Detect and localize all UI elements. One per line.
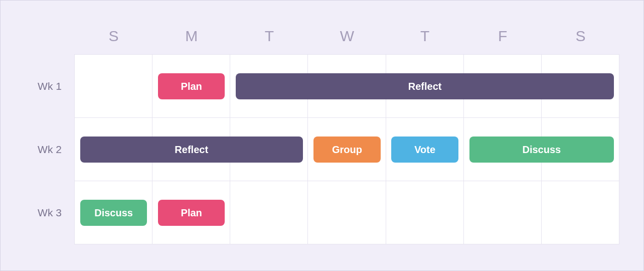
event-reflect[interactable]: Reflect (80, 137, 303, 163)
event-plan[interactable]: Plan (158, 73, 225, 99)
event-plan[interactable]: Plan (158, 200, 225, 226)
day-header-sun: S (75, 21, 152, 55)
week-row-3: Wk 3 DiscussPlan (25, 181, 619, 244)
day-cell[interactable] (74, 54, 152, 118)
day-cell[interactable] (386, 181, 464, 244)
header-spacer (25, 21, 75, 55)
day-header-wed: W (308, 21, 386, 55)
day-cell[interactable] (541, 181, 619, 244)
day-cell[interactable] (230, 181, 308, 244)
day-header-row: S M T W T F S (25, 21, 619, 55)
week-1-days: PlanReflect (75, 55, 619, 118)
day-header-tue: T (230, 21, 308, 55)
event-vote[interactable]: Vote (391, 137, 458, 163)
event-discuss[interactable]: Discuss (469, 137, 614, 163)
event-discuss[interactable]: Discuss (80, 200, 147, 226)
day-header-mon: M (152, 21, 230, 55)
week-label-2: Wk 2 (25, 118, 75, 181)
event-group[interactable]: Group (313, 137, 380, 163)
day-cell[interactable] (463, 181, 542, 244)
week-2-days: ReflectGroupVoteDiscuss (75, 118, 619, 181)
day-header-thu: T (386, 21, 464, 55)
event-reflect[interactable]: Reflect (236, 73, 614, 99)
day-header-fri: F (464, 21, 542, 55)
week-row-2: Wk 2 ReflectGroupVoteDiscuss (25, 118, 619, 181)
week-row-1: Wk 1 PlanReflect (25, 55, 619, 118)
week-label-1: Wk 1 (25, 55, 75, 118)
day-cell[interactable] (307, 181, 386, 244)
retro-calendar: S M T W T F S Wk 1 PlanReflect Wk 2 (25, 21, 619, 244)
day-header-sat: S (542, 21, 619, 55)
week-label-3: Wk 3 (25, 181, 75, 244)
week-3-days: DiscussPlan (75, 181, 619, 244)
